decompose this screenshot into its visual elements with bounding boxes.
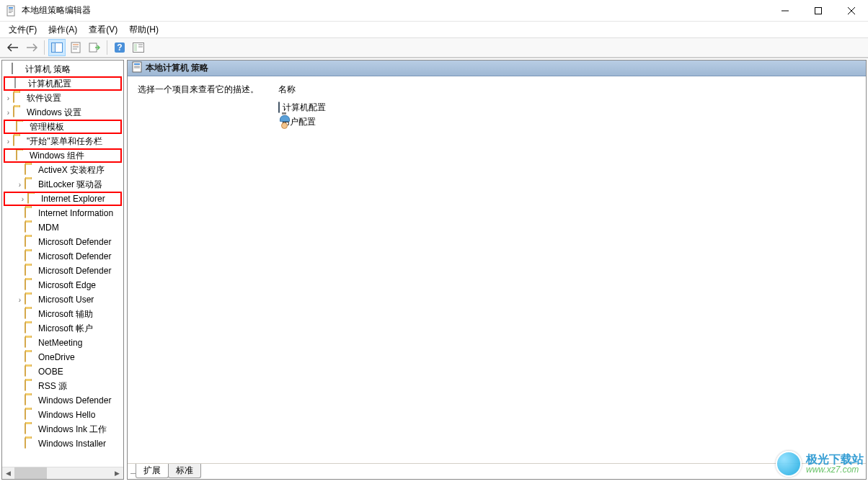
scroll-thumb[interactable] <box>14 467 47 479</box>
tree-item[interactable]: Windows Defender <box>2 393 123 408</box>
horizontal-scrollbar[interactable]: ◀ ▶ <box>2 467 123 479</box>
tree-content[interactable]: 计算机 策略 计算机配置 ›软件设置 ›Windows 设置 管理模板 ›"开始… <box>2 60 123 467</box>
folder-icon <box>25 222 36 233</box>
policy-icon <box>132 61 142 75</box>
content-header: 本地计算机 策略 <box>128 60 866 76</box>
folder-icon <box>25 236 36 248</box>
expand-icon[interactable]: › <box>4 138 13 145</box>
tab-extended[interactable]: 扩展 <box>136 464 169 478</box>
folder-icon <box>25 164 36 176</box>
folder-icon <box>13 135 25 147</box>
tab-standard[interactable]: 标准 <box>168 464 201 478</box>
tree-windows-components[interactable]: Windows 组件 <box>4 148 122 163</box>
tree-item[interactable]: ›BitLocker 驱动器 <box>2 177 123 192</box>
tree-item[interactable]: Microsoft Edge <box>2 278 123 292</box>
scroll-right-button[interactable]: ▶ <box>111 467 123 479</box>
expand-icon[interactable]: › <box>15 296 25 304</box>
tree-item[interactable]: NetMeeting <box>2 336 123 350</box>
tree-root[interactable]: 计算机 策略 <box>2 62 123 76</box>
scroll-track[interactable] <box>14 467 111 479</box>
folder-icon <box>25 179 36 190</box>
folder-icon <box>25 351 36 363</box>
tree-item[interactable]: Internet Information <box>2 206 123 220</box>
tree-item[interactable]: Microsoft 辅助 <box>2 307 123 321</box>
filter-button[interactable] <box>130 39 147 56</box>
menu-help[interactable]: 帮助(H) <box>123 22 164 37</box>
svg-rect-5 <box>815 7 822 14</box>
scroll-left-button[interactable]: ◀ <box>2 467 14 479</box>
tree-item-label: Microsoft Defender <box>38 237 111 247</box>
tree-admin-templates[interactable]: 管理模板 <box>4 120 122 134</box>
tree-software-settings[interactable]: ›软件设置 <box>2 91 123 105</box>
tree-item[interactable]: Microsoft Defender <box>2 264 123 278</box>
close-button[interactable] <box>835 0 868 22</box>
folder-icon <box>16 121 27 133</box>
folder-icon <box>25 294 36 305</box>
svg-rect-4 <box>9 12 12 13</box>
help-button[interactable]: ? <box>111 39 128 56</box>
back-button[interactable] <box>4 39 22 56</box>
tree-item-label: Microsoft Defender <box>38 251 111 261</box>
menu-view[interactable]: 查看(V) <box>83 22 123 37</box>
tree-start-menu[interactable]: ›"开始"菜单和任务栏 <box>2 134 123 148</box>
tree-computer-config[interactable]: 计算机配置 <box>4 76 122 91</box>
folder-icon <box>13 107 25 118</box>
menu-operation[interactable]: 操作(A) <box>43 22 83 37</box>
item-user-config[interactable]: 用户配置 <box>278 115 856 129</box>
tree-item[interactable]: ›Microsoft User <box>2 292 123 307</box>
menubar: 文件(F) 操作(A) 查看(V) 帮助(H) <box>0 22 868 37</box>
tree-item[interactable]: Windows Installer <box>2 436 123 451</box>
tree-item-label: RSS 源 <box>38 380 67 393</box>
window-title: 本地组策略编辑器 <box>22 4 769 17</box>
tree-item[interactable]: OneDrive <box>2 350 123 364</box>
expand-icon[interactable]: › <box>4 94 13 102</box>
tree-item[interactable]: Windows Hello <box>2 408 123 422</box>
tree-item[interactable]: Microsoft Defender <box>2 235 123 249</box>
tree-item[interactable]: ActiveX 安装程序 <box>2 163 123 177</box>
menu-file[interactable]: 文件(F) <box>3 22 43 37</box>
svg-rect-16 <box>134 44 137 51</box>
tree-item[interactable]: OOBE <box>2 364 123 379</box>
show-tree-button[interactable] <box>48 39 66 56</box>
item-computer-config[interactable]: 计算机配置 <box>278 100 856 115</box>
tree-item[interactable]: Microsoft 帐户 <box>2 321 123 336</box>
folder-icon <box>25 308 36 320</box>
tree-item-label: Windows Installer <box>38 439 106 449</box>
svg-text:?: ? <box>117 42 122 53</box>
folder-icon <box>25 438 36 449</box>
maximize-button[interactable] <box>802 0 835 22</box>
tree-item-label: Windows Defender <box>38 395 111 405</box>
svg-rect-1 <box>9 7 13 9</box>
expand-icon[interactable]: › <box>4 109 13 117</box>
folder-icon <box>25 279 36 291</box>
toolbar-separator <box>44 40 45 55</box>
folder-icon <box>25 366 36 377</box>
computer-icon <box>278 102 280 112</box>
expand-icon[interactable]: › <box>18 195 27 203</box>
minimize-button[interactable] <box>769 0 802 22</box>
tree-item[interactable]: MDM <box>2 220 123 235</box>
tree-item-label: MDM <box>38 223 59 233</box>
folder-icon <box>13 92 25 104</box>
forward-button[interactable] <box>23 39 40 56</box>
name-column-header[interactable]: 名称 <box>278 84 856 96</box>
tree-item[interactable]: RSS 源 <box>2 379 123 393</box>
tree-item[interactable]: Windows Ink 工作 <box>2 422 123 436</box>
tree-item[interactable]: Microsoft Defender <box>2 249 123 264</box>
properties-button[interactable] <box>67 39 84 56</box>
tree-item-label: ActiveX 安装程序 <box>38 164 105 176</box>
svg-rect-3 <box>9 11 13 12</box>
tree-item-label: Microsoft 辅助 <box>38 308 93 321</box>
folder-icon <box>25 323 36 334</box>
content-tabs: 扩展 标准 <box>128 463 866 479</box>
folder-icon <box>25 409 36 421</box>
tree-windows-settings[interactable]: ›Windows 设置 <box>2 105 123 120</box>
tree-item[interactable]: ›Internet Explorer <box>4 192 122 206</box>
export-button[interactable] <box>86 39 103 56</box>
svg-rect-2 <box>9 9 13 10</box>
tree-item-label: BitLocker 驱动器 <box>38 179 102 191</box>
tree-panel: 计算机 策略 计算机配置 ›软件设置 ›Windows 设置 管理模板 ›"开始… <box>1 60 124 480</box>
toolbar: ? <box>0 37 868 58</box>
expand-icon[interactable]: › <box>15 181 25 189</box>
description-hint: 选择一个项目来查看它的描述。 <box>138 84 278 96</box>
